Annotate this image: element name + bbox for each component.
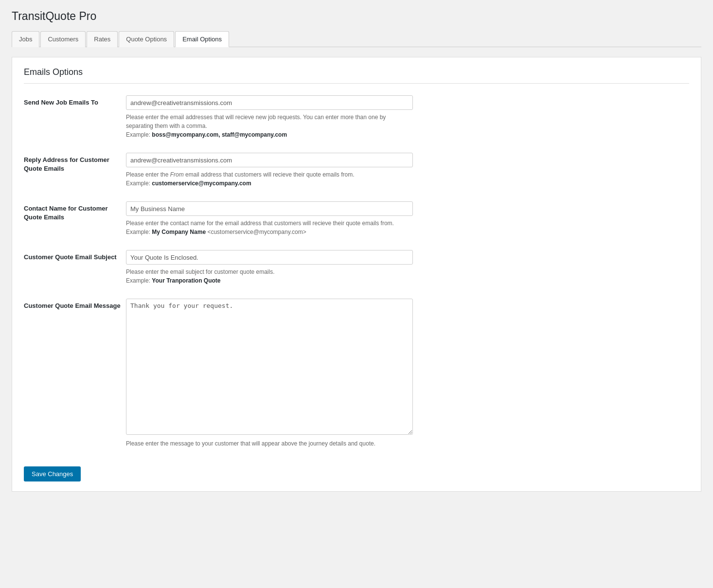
quote-email-subject-field: Please enter the email subject for custo… xyxy=(126,250,413,285)
reply-address-field: Please enter the From email address that… xyxy=(126,153,413,188)
send-new-job-emails-field: Please enter the email addresses that wi… xyxy=(126,95,413,139)
app-title: TransitQuote Pro xyxy=(12,10,701,23)
save-changes-button[interactable]: Save Changes xyxy=(24,466,81,481)
reply-address-row: Reply Address for Customer Quote Emails … xyxy=(24,153,689,188)
contact-name-input[interactable] xyxy=(126,201,413,216)
tab-email-options[interactable]: Email Options xyxy=(175,31,229,47)
tab-rates[interactable]: Rates xyxy=(87,31,118,47)
send-new-job-emails-label: Send New Job Emails To xyxy=(24,95,126,107)
tab-quote-options[interactable]: Quote Options xyxy=(119,31,174,47)
quote-email-message-row: Customer Quote Email Message Thank you f… xyxy=(24,299,689,448)
contact-name-row: Contact Name for Customer Quote Emails P… xyxy=(24,201,689,236)
quote-email-message-label: Customer Quote Email Message xyxy=(24,299,126,310)
quote-email-subject-description: Please enter the email subject for custo… xyxy=(126,267,413,285)
quote-email-subject-label: Customer Quote Email Subject xyxy=(24,250,126,262)
section-title: Emails Options xyxy=(24,67,689,84)
send-new-job-emails-description: Please enter the email addresses that wi… xyxy=(126,113,413,139)
quote-email-subject-row: Customer Quote Email Subject Please ente… xyxy=(24,250,689,285)
tab-jobs[interactable]: Jobs xyxy=(12,31,39,47)
send-new-job-emails-row: Send New Job Emails To Please enter the … xyxy=(24,95,689,139)
tab-customers[interactable]: Customers xyxy=(40,31,86,47)
reply-address-input[interactable] xyxy=(126,153,413,167)
quote-email-message-textarea[interactable]: Thank you for your request. xyxy=(126,299,413,435)
quote-email-subject-input[interactable] xyxy=(126,250,413,265)
tab-bar: Jobs Customers Rates Quote Options Email… xyxy=(12,31,701,47)
contact-name-label: Contact Name for Customer Quote Emails xyxy=(24,201,126,222)
send-new-job-emails-input[interactable] xyxy=(126,95,413,110)
contact-name-description: Please enter the contact name for the em… xyxy=(126,219,413,236)
contact-name-field: Please enter the contact name for the em… xyxy=(126,201,413,236)
email-options-panel: Emails Options Send New Job Emails To Pl… xyxy=(12,57,701,492)
quote-email-message-description: Please enter the message to your custome… xyxy=(126,439,413,448)
reply-address-description: Please enter the From email address that… xyxy=(126,170,413,188)
quote-email-message-field: Thank you for your request. Please enter… xyxy=(126,299,413,448)
reply-address-label: Reply Address for Customer Quote Emails xyxy=(24,153,126,173)
